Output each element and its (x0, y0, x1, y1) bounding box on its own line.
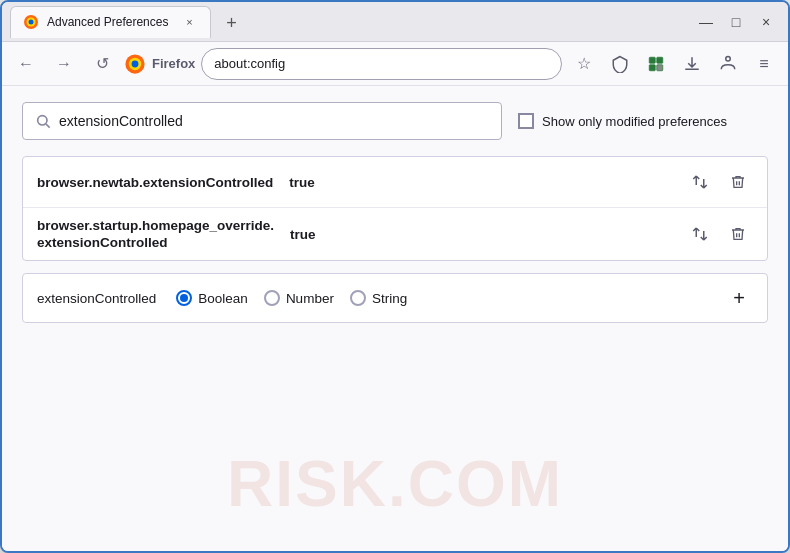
puzzle-icon (647, 55, 665, 73)
address-bar[interactable]: about:config (201, 48, 562, 80)
svg-line-11 (46, 124, 50, 128)
pref-name-2-container: browser.startup.homepage_override. exten… (37, 218, 274, 250)
toggle-button-1[interactable] (685, 167, 715, 197)
forward-button[interactable]: → (48, 48, 80, 80)
tab-strip: Advanced Preferences × + (10, 6, 684, 38)
modified-prefs-label: Show only modified preferences (542, 114, 727, 129)
results-table: browser.newtab.extensionControlled true (22, 156, 768, 261)
radio-boolean-circle (176, 290, 192, 306)
trash-icon (730, 174, 746, 190)
tab-favicon-icon (23, 14, 39, 30)
reload-button[interactable]: ↺ (86, 48, 118, 80)
browser-name-label: Firefox (152, 56, 195, 71)
watermark: RISK.COM (227, 447, 563, 521)
pref-value-1: true (289, 175, 315, 190)
search-icon (35, 113, 51, 129)
pref-name-1: browser.newtab.extensionControlled (37, 175, 273, 190)
extensions-button[interactable] (640, 48, 672, 80)
new-tab-button[interactable]: + (217, 10, 245, 38)
nav-icons: ☆ (568, 48, 780, 80)
minimize-button[interactable]: — (692, 8, 720, 36)
firefox-logo-icon (124, 53, 146, 75)
account-icon (719, 55, 737, 73)
radio-number[interactable]: Number (264, 290, 334, 306)
add-pref-button[interactable]: + (725, 284, 753, 312)
title-bar: Advanced Preferences × + — □ × (2, 2, 788, 42)
svg-rect-9 (657, 64, 663, 70)
radio-number-label: Number (286, 291, 334, 306)
delete-button-2[interactable] (723, 219, 753, 249)
shield-button[interactable] (604, 48, 636, 80)
pref-name-2-line2: extensionControlled (37, 235, 274, 250)
svg-point-5 (132, 60, 139, 67)
radio-string[interactable]: String (350, 290, 407, 306)
menu-button[interactable]: ≡ (748, 48, 780, 80)
table-row: browser.startup.homepage_override. exten… (23, 208, 767, 260)
radio-boolean-dot (180, 294, 188, 302)
maximize-button[interactable]: □ (722, 8, 750, 36)
radio-boolean[interactable]: Boolean (176, 290, 248, 306)
new-pref-name: extensionControlled (37, 291, 156, 306)
content-area: RISK.COM extensionControlled Show only m… (2, 86, 788, 551)
table-row: browser.newtab.extensionControlled true (23, 157, 767, 208)
browser-window: Advanced Preferences × + — □ × ← (0, 0, 790, 553)
svg-rect-6 (649, 57, 655, 63)
radio-string-circle (350, 290, 366, 306)
pref-name-2-line1: browser.startup.homepage_override. (37, 218, 274, 233)
download-icon (683, 55, 701, 73)
modified-prefs-checkbox-row[interactable]: Show only modified preferences (518, 113, 727, 129)
back-button[interactable]: ← (10, 48, 42, 80)
bookmark-icon: ☆ (577, 54, 591, 73)
new-pref-row: extensionControlled Boolean Number (22, 273, 768, 323)
tab-close-button[interactable]: × (180, 13, 198, 31)
search-value: extensionControlled (59, 113, 183, 129)
svg-point-2 (29, 20, 34, 25)
trash-icon (730, 226, 746, 242)
radio-number-circle (264, 290, 280, 306)
radio-group: Boolean Number String (176, 290, 705, 306)
svg-rect-8 (649, 64, 655, 70)
svg-rect-7 (657, 57, 663, 63)
svg-point-10 (38, 116, 47, 125)
nav-bar: ← → ↺ Firefox about:config ☆ (2, 42, 788, 86)
row-actions-2 (685, 219, 753, 249)
radio-string-label: String (372, 291, 407, 306)
modified-prefs-checkbox[interactable] (518, 113, 534, 129)
active-tab[interactable]: Advanced Preferences × (10, 6, 211, 38)
arrows-icon (691, 225, 709, 243)
toggle-button-2[interactable] (685, 219, 715, 249)
shield-icon (611, 55, 629, 73)
radio-boolean-label: Boolean (198, 291, 248, 306)
search-box[interactable]: extensionControlled (22, 102, 502, 140)
window-controls: — □ × (692, 8, 780, 36)
account-button[interactable] (712, 48, 744, 80)
delete-button-1[interactable] (723, 167, 753, 197)
search-row: extensionControlled Show only modified p… (22, 102, 768, 140)
close-button[interactable]: × (752, 8, 780, 36)
arrows-icon (691, 173, 709, 191)
pref-value-2: true (290, 227, 316, 242)
tab-title: Advanced Preferences (47, 15, 168, 29)
bookmark-button[interactable]: ☆ (568, 48, 600, 80)
hamburger-icon: ≡ (759, 55, 768, 73)
row-actions-1 (685, 167, 753, 197)
address-text: about:config (214, 56, 285, 71)
download-button[interactable] (676, 48, 708, 80)
